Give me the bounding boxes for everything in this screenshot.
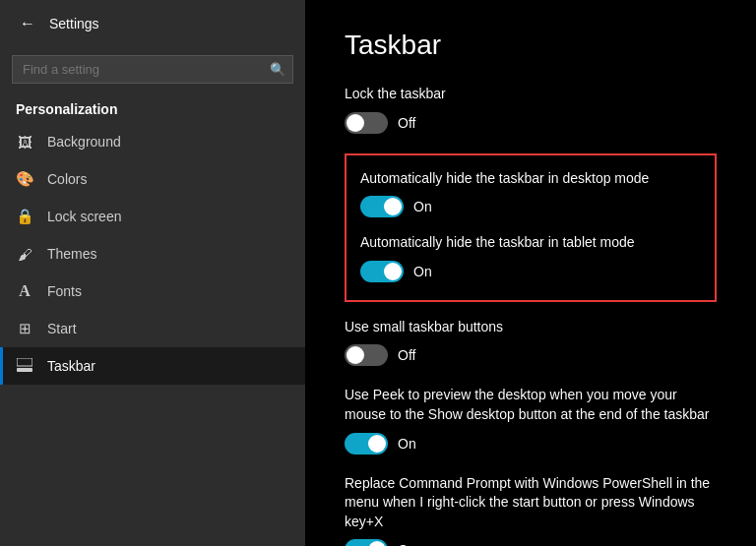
toggle-knob — [368, 435, 386, 453]
setting-label: Lock the taskbar — [345, 85, 717, 104]
toggle-row: On — [360, 196, 701, 217]
toggle-knob — [346, 114, 364, 132]
sidebar-item-label: Lock screen — [47, 209, 121, 224]
sidebar-item-lock-screen[interactable]: 🔒 Lock screen — [0, 198, 305, 235]
themes-icon: 🖌 — [16, 245, 33, 263]
sidebar-item-label: Background — [47, 134, 121, 150]
toggle-state-text: On — [398, 542, 416, 546]
setting-label: Replace Command Prompt with Windows Powe… — [345, 474, 717, 532]
back-button[interactable]: ← — [16, 12, 39, 35]
start-icon: ⊞ — [16, 320, 33, 337]
background-icon: 🖼 — [16, 133, 33, 151]
back-icon: ← — [20, 15, 35, 32]
small-buttons-toggle[interactable] — [345, 344, 388, 366]
highlighted-settings-box: Automatically hide the taskbar in deskto… — [345, 153, 717, 302]
svg-rect-1 — [17, 358, 32, 366]
sidebar-item-start[interactable]: ⊞ Start — [0, 310, 305, 347]
sidebar-item-themes[interactable]: 🖌 Themes — [0, 235, 305, 273]
toggle-state-text: Off — [398, 347, 415, 363]
fonts-icon: A — [16, 282, 33, 300]
peek-toggle[interactable] — [345, 433, 388, 455]
setting-hide-tablet: Automatically hide the taskbar in tablet… — [360, 233, 701, 282]
setting-label: Automatically hide the taskbar in tablet… — [360, 233, 701, 253]
sidebar-item-label: Colors — [47, 171, 87, 187]
lock-screen-icon: 🔒 — [16, 208, 33, 225]
setting-label: Automatically hide the taskbar in deskto… — [360, 169, 701, 189]
setting-hide-desktop: Automatically hide the taskbar in deskto… — [360, 169, 701, 218]
sidebar-item-colors[interactable]: 🎨 Colors — [0, 160, 305, 198]
toggle-row: On — [345, 539, 717, 546]
toggle-knob — [368, 541, 386, 546]
setting-peek: Use Peek to preview the desktop when you… — [345, 386, 717, 454]
toggle-knob — [384, 263, 402, 280]
sidebar-nav: 🖼 Background 🎨 Colors 🔒 Lock screen 🖌 Th… — [0, 123, 305, 385]
setting-label: Use small taskbar buttons — [345, 318, 717, 337]
search-input[interactable] — [12, 55, 293, 84]
toggle-knob — [346, 346, 364, 364]
taskbar-icon — [16, 357, 33, 375]
toggle-state-text: Off — [398, 115, 415, 131]
svg-rect-0 — [17, 368, 32, 372]
toggle-row: On — [345, 433, 717, 455]
hide-tablet-toggle[interactable] — [360, 261, 404, 282]
sidebar-item-background[interactable]: 🖼 Background — [0, 123, 305, 160]
setting-small-buttons: Use small taskbar buttons Off — [345, 318, 717, 367]
powershell-toggle[interactable] — [345, 539, 388, 546]
lock-taskbar-toggle[interactable] — [345, 112, 388, 134]
sidebar-item-fonts[interactable]: A Fonts — [0, 273, 305, 310]
colors-icon: 🎨 — [16, 170, 33, 188]
toggle-knob — [384, 198, 402, 215]
search-box: 🔍 — [12, 55, 293, 84]
setting-lock-taskbar: Lock the taskbar Off — [345, 85, 717, 134]
sidebar: ← Settings 🔍 Personalization 🖼 Backgroun… — [0, 0, 305, 546]
hide-desktop-toggle[interactable] — [360, 196, 404, 217]
sidebar-item-label: Themes — [47, 246, 97, 262]
setting-label: Use Peek to preview the desktop when you… — [345, 386, 717, 424]
toggle-state-text: On — [413, 199, 432, 214]
toggle-state-text: On — [413, 264, 432, 279]
toggle-row: On — [360, 261, 701, 282]
main-content: Taskbar Lock the taskbar Off Automatical… — [305, 0, 756, 546]
sidebar-item-label: Taskbar — [47, 358, 95, 374]
sidebar-header: ← Settings — [0, 0, 305, 47]
toggle-row: Off — [345, 344, 717, 366]
search-icon: 🔍 — [270, 62, 285, 77]
sidebar-item-label: Start — [47, 321, 77, 336]
setting-powershell: Replace Command Prompt with Windows Powe… — [345, 474, 717, 546]
toggle-state-text: On — [398, 436, 416, 452]
sidebar-item-taskbar[interactable]: Taskbar — [0, 347, 305, 385]
toggle-row: Off — [345, 112, 717, 134]
page-title: Taskbar — [345, 30, 717, 61]
sidebar-item-label: Fonts — [47, 283, 82, 299]
sidebar-title: Settings — [49, 16, 99, 31]
section-label: Personalization — [0, 91, 305, 123]
